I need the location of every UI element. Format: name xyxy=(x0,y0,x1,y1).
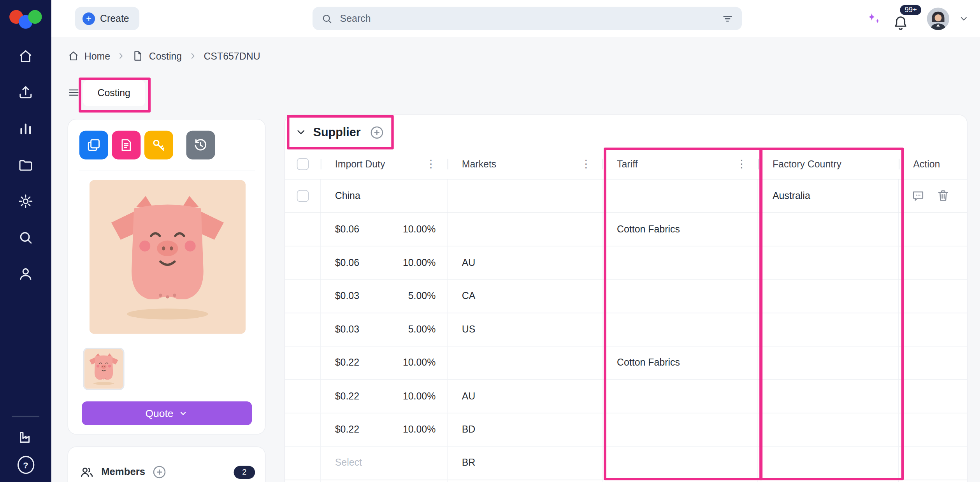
factory-country-cell[interactable] xyxy=(758,347,899,379)
upload-icon[interactable] xyxy=(17,84,34,100)
import-duty-cell[interactable]: $0.22 xyxy=(335,357,359,368)
markets-cell[interactable]: AU xyxy=(448,246,602,279)
factory-country-cell[interactable] xyxy=(758,280,899,312)
table-row[interactable]: Select BR xyxy=(285,447,967,480)
quote-button[interactable]: Quote xyxy=(82,401,252,425)
markets-cell[interactable]: BD xyxy=(448,413,602,446)
user-avatar[interactable] xyxy=(927,7,950,30)
markets-cell[interactable] xyxy=(448,179,602,212)
factory-country-cell[interactable] xyxy=(758,380,899,412)
markets-cell[interactable]: AU xyxy=(448,380,602,412)
import-duty-cell[interactable]: $0.06 xyxy=(335,257,359,268)
action-cell xyxy=(899,347,967,379)
key-button[interactable] xyxy=(144,131,173,160)
markets-cell[interactable]: US xyxy=(448,313,602,346)
table-row[interactable]: $0.035.00% US xyxy=(285,313,967,347)
tariff-cell[interactable] xyxy=(602,280,758,312)
column-header-tariff[interactable]: Tariff xyxy=(617,158,638,170)
column-header-factory-country[interactable]: Factory Country xyxy=(773,158,841,170)
import-duty-cell[interactable]: $0.06 xyxy=(335,223,359,235)
collapse-chevron-icon[interactable] xyxy=(295,126,307,138)
kebab-menu-icon[interactable]: ⋮ xyxy=(581,159,591,169)
help-icon[interactable]: ? xyxy=(17,456,34,473)
tariff-cell[interactable] xyxy=(602,246,758,279)
factory-country-cell[interactable] xyxy=(758,447,899,479)
bar-chart-icon[interactable] xyxy=(17,120,34,137)
trash-icon[interactable] xyxy=(936,189,950,202)
column-header-markets[interactable]: Markets xyxy=(462,158,497,170)
tariff-cell[interactable]: Cotton Fabrics xyxy=(602,213,758,246)
table-row[interactable]: $0.2210.00% Cotton Fabrics xyxy=(285,347,967,380)
import-duty-percent[interactable]: 5.00% xyxy=(408,324,436,335)
markets-cell[interactable]: CA xyxy=(448,280,602,312)
import-duty-percent[interactable]: 10.00% xyxy=(403,257,436,268)
breadcrumb-costing[interactable]: Costing xyxy=(132,50,182,62)
tariff-cell[interactable] xyxy=(602,413,758,446)
folder-icon[interactable] xyxy=(17,156,34,173)
table-row[interactable]: China Australia xyxy=(285,179,967,213)
factory-country-cell[interactable]: Australia xyxy=(758,179,899,212)
markets-cell[interactable]: BR xyxy=(448,447,602,479)
notifications-bell-icon[interactable]: 99+ xyxy=(891,5,917,32)
import-duty-cell[interactable]: $0.03 xyxy=(335,324,359,335)
table-row[interactable]: $0.035.00% CA xyxy=(285,280,967,313)
markets-cell[interactable] xyxy=(448,213,602,246)
create-button[interactable]: + Create xyxy=(75,7,139,30)
settings-gear-icon[interactable] xyxy=(17,193,34,209)
comment-icon[interactable] xyxy=(911,189,925,202)
quote-chevron-down-icon xyxy=(178,408,188,419)
row-checkbox[interactable] xyxy=(297,190,309,202)
cost-sheet-button[interactable] xyxy=(112,131,141,160)
factory-country-cell[interactable] xyxy=(758,246,899,279)
table-row[interactable]: $0.0610.00% AU xyxy=(285,246,967,280)
product-panel: Quote xyxy=(67,119,265,435)
import-duty-percent[interactable]: 10.00% xyxy=(403,391,436,402)
import-duty-select[interactable]: Select xyxy=(335,457,362,468)
import-duty-cell[interactable]: $0.03 xyxy=(335,290,359,302)
pages-button[interactable] xyxy=(79,131,108,160)
account-chevron-down-icon[interactable] xyxy=(959,14,969,24)
history-button[interactable] xyxy=(186,131,215,160)
profile-icon[interactable] xyxy=(17,265,34,282)
tab-costing[interactable]: Costing xyxy=(83,80,145,106)
import-duty-cell[interactable]: $0.22 xyxy=(335,391,359,402)
sparkles-ai-icon[interactable] xyxy=(866,10,882,26)
table-row[interactable]: $0.2210.00% AU xyxy=(285,380,967,413)
tariff-cell[interactable] xyxy=(602,313,758,346)
add-member-button[interactable] xyxy=(152,464,167,480)
breadcrumb-home[interactable]: Home xyxy=(67,50,110,62)
import-duty-percent[interactable]: 5.00% xyxy=(408,290,436,302)
search-sidebar-icon[interactable] xyxy=(17,229,34,246)
import-duty-cell[interactable]: China xyxy=(335,190,360,201)
factory-country-cell[interactable] xyxy=(758,413,899,446)
table-row[interactable]: $0.0610.00% Cotton Fabrics xyxy=(285,213,967,246)
product-thumbnail[interactable] xyxy=(83,348,125,390)
column-header-import-duty[interactable]: Import Duty xyxy=(335,158,385,170)
filter-icon[interactable] xyxy=(722,13,733,24)
kebab-menu-icon[interactable]: ⋮ xyxy=(426,159,436,169)
create-plus-icon: + xyxy=(83,12,95,25)
factory-icon[interactable] xyxy=(17,428,34,445)
add-supplier-button[interactable] xyxy=(369,125,385,140)
tariff-cell[interactable] xyxy=(602,447,758,479)
tariff-cell[interactable] xyxy=(602,179,758,212)
home-icon[interactable] xyxy=(17,47,34,64)
tariff-cell[interactable] xyxy=(602,380,758,412)
breadcrumb-current-item: CST657DNU xyxy=(204,50,260,62)
import-duty-percent[interactable]: 10.00% xyxy=(403,223,436,235)
import-duty-percent[interactable]: 10.00% xyxy=(403,424,436,435)
breadcrumb: Home Costing CST657DNU xyxy=(67,50,260,62)
markets-cell[interactable] xyxy=(448,347,602,379)
import-duty-percent[interactable]: 10.00% xyxy=(403,357,436,368)
app-logo-icon[interactable] xyxy=(9,7,42,31)
table-row[interactable]: $0.2210.00% BD xyxy=(285,413,967,447)
import-duty-cell[interactable]: $0.22 xyxy=(335,424,359,435)
hamburger-menu-icon[interactable] xyxy=(67,86,80,99)
search-bar[interactable] xyxy=(313,7,742,30)
tariff-cell[interactable]: Cotton Fabrics xyxy=(602,347,758,379)
factory-country-cell[interactable] xyxy=(758,313,899,346)
kebab-menu-icon[interactable]: ⋮ xyxy=(736,159,747,169)
factory-country-cell[interactable] xyxy=(758,213,899,246)
search-input[interactable] xyxy=(339,12,715,25)
select-all-checkbox[interactable] xyxy=(297,158,309,170)
